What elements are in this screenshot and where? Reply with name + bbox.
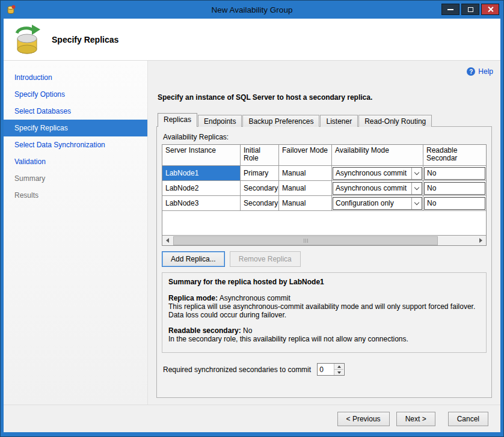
cell-availability-mode: Asynchronous commit — [332, 166, 423, 180]
minimize-button[interactable] — [441, 4, 459, 15]
tab-listener[interactable]: Listener — [320, 115, 358, 127]
readable-secondary-dropdown[interactable]: No — [424, 197, 485, 210]
grid-header: Server Instance Initial Role Failover Mo… — [162, 145, 486, 166]
availability-group-wizard-icon — [12, 23, 42, 56]
cell-server-instance[interactable]: LabNode3 — [162, 196, 241, 210]
window-title: New Availability Group — [1, 5, 503, 14]
wizard-footer: < Previous Next > Cancel — [4, 405, 500, 432]
stepper-up-button[interactable] — [334, 364, 343, 370]
chevron-down-icon[interactable] — [411, 168, 422, 179]
table-row-labnode2: LabNode2 Secondary Manual Asynchronous c… — [162, 181, 486, 196]
cancel-button[interactable]: Cancel — [448, 412, 488, 426]
scroll-right-button[interactable] — [476, 236, 486, 245]
replica-summary-panel: Summary for the replica hosted by LabNod… — [162, 272, 487, 353]
window-content: Specify Replicas Introduction Specify Op… — [4, 19, 500, 432]
readable-secondary-dropdown[interactable]: No — [424, 182, 485, 195]
availability-replicas-label: Availability Replicas: — [163, 133, 487, 141]
readable-secondary-description: In the secondary role, this availability… — [168, 335, 480, 343]
instruction-text: Specify an instance of SQL Server to hos… — [158, 93, 493, 102]
wizard-steps-sidebar: Introduction Specify Options Select Data… — [4, 61, 148, 405]
cell-initial-role[interactable]: Secondary — [241, 196, 279, 210]
remove-replica-button[interactable]: Remove Replica — [230, 251, 301, 267]
main-panel: ? Help Specify an instance of SQL Server… — [148, 61, 500, 405]
tab-endpoints[interactable]: Endpoints — [198, 115, 242, 127]
cell-failover-mode[interactable]: Manual — [279, 181, 332, 195]
close-button[interactable] — [481, 4, 499, 15]
sidebar-item-introduction[interactable]: Introduction — [4, 69, 147, 86]
replica-mode-description: This replica will use asynchronous-commi… — [168, 302, 480, 319]
up-arrow-icon — [337, 365, 341, 368]
wizard-header: Specify Replicas — [4, 19, 500, 61]
window-icon — [5, 4, 16, 15]
cell-initial-role[interactable]: Secondary — [241, 181, 279, 195]
sidebar-item-select-databases[interactable]: Select Databases — [4, 103, 147, 120]
caption-buttons — [441, 4, 499, 15]
cell-readable-secondary: No — [423, 196, 486, 210]
stepper-down-button[interactable] — [334, 370, 343, 375]
cell-server-instance[interactable]: LabNode1 — [162, 166, 241, 180]
tab-replicas[interactable]: Replicas — [158, 113, 197, 127]
replica-mode-line: Replica mode: Asynchronous commit — [168, 294, 480, 302]
required-secondaries-stepper — [317, 363, 345, 376]
readable-secondary-label: Readable secondary: — [168, 326, 241, 335]
column-header-availability-mode[interactable]: Availability Mode — [332, 145, 423, 165]
required-secondaries-input[interactable] — [318, 364, 334, 375]
previous-button[interactable]: < Previous — [337, 412, 390, 426]
new-availability-group-window: New Availability Group — [0, 0, 504, 437]
add-replica-button[interactable]: Add Replica... — [162, 251, 225, 267]
down-arrow-icon — [337, 371, 341, 374]
sidebar-item-validation[interactable]: Validation — [4, 153, 147, 170]
dropdown-value: Asynchronous commit — [333, 168, 411, 179]
availability-mode-dropdown[interactable]: Asynchronous commit — [333, 167, 422, 180]
sidebar-item-specify-replicas[interactable]: Specify Replicas — [4, 120, 147, 136]
next-button[interactable]: Next > — [396, 412, 435, 426]
cell-availability-mode: Asynchronous commit — [332, 181, 423, 195]
help-icon[interactable]: ? — [467, 67, 475, 76]
scroll-left-button[interactable] — [162, 236, 173, 245]
close-icon — [487, 6, 494, 13]
wizard-body: Introduction Specify Options Select Data… — [4, 61, 500, 405]
availability-mode-dropdown[interactable]: Configuration only — [333, 197, 422, 210]
column-header-initial-role[interactable]: Initial Role — [241, 145, 279, 165]
cell-initial-role[interactable]: Primary — [241, 166, 279, 180]
chevron-down-icon[interactable] — [411, 198, 422, 209]
stepper-buttons — [334, 364, 343, 375]
required-secondaries-row: Required synchronized secondaries to com… — [163, 363, 487, 376]
replicas-grid: Server Instance Initial Role Failover Mo… — [162, 144, 487, 246]
readable-secondary-line: Readable secondary: No — [168, 326, 480, 335]
column-header-readable-secondary[interactable]: Readable Secondar — [423, 145, 486, 165]
readable-secondary-value: No — [241, 326, 253, 335]
chevron-down-icon[interactable] — [411, 183, 422, 194]
page-title: Specify Replicas — [52, 35, 118, 44]
table-row-labnode3: LabNode3 Secondary Manual Configuration … — [162, 196, 486, 211]
dropdown-value: Configuration only — [333, 198, 411, 209]
cell-failover-mode[interactable]: Manual — [279, 196, 332, 210]
column-header-server-instance[interactable]: Server Instance — [162, 145, 241, 165]
scroll-right-icon — [479, 238, 482, 243]
dropdown-value: Asynchronous commit — [333, 183, 411, 194]
tab-read-only-routing[interactable]: Read-Only Routing — [358, 115, 432, 127]
maximize-icon — [468, 7, 473, 12]
cell-failover-mode[interactable]: Manual — [279, 166, 332, 180]
sidebar-item-results: Results — [4, 187, 147, 204]
tab-backup-preferences[interactable]: Backup Preferences — [242, 115, 319, 127]
horizontal-scrollbar[interactable] — [162, 235, 486, 245]
maximize-button[interactable] — [461, 4, 479, 15]
replica-mode-label: Replica mode: — [168, 294, 218, 302]
column-header-failover-mode[interactable]: Failover Mode — [279, 145, 332, 165]
cell-readable-secondary: No — [423, 181, 486, 195]
sidebar-item-summary: Summary — [4, 170, 147, 187]
availability-mode-dropdown[interactable]: Asynchronous commit — [333, 182, 422, 195]
summary-title: Summary for the replica hosted by LabNod… — [168, 278, 480, 286]
sidebar-item-select-data-synchronization[interactable]: Select Data Synchronization — [4, 136, 147, 153]
title-bar: New Availability Group — [1, 1, 503, 19]
readable-secondary-dropdown[interactable]: No — [424, 167, 485, 180]
scrollbar-thumb[interactable] — [173, 236, 438, 245]
replica-buttons-row: Add Replica... Remove Replica — [162, 251, 487, 267]
cell-server-instance[interactable]: LabNode2 — [162, 181, 241, 195]
help-link[interactable]: Help — [478, 67, 493, 76]
tab-strip: Replicas Endpoints Backup Preferences Li… — [158, 114, 493, 127]
sidebar-item-specify-options[interactable]: Specify Options — [4, 86, 147, 103]
replica-mode-value: Asynchronous commit — [218, 294, 290, 302]
scroll-left-icon — [166, 238, 169, 243]
